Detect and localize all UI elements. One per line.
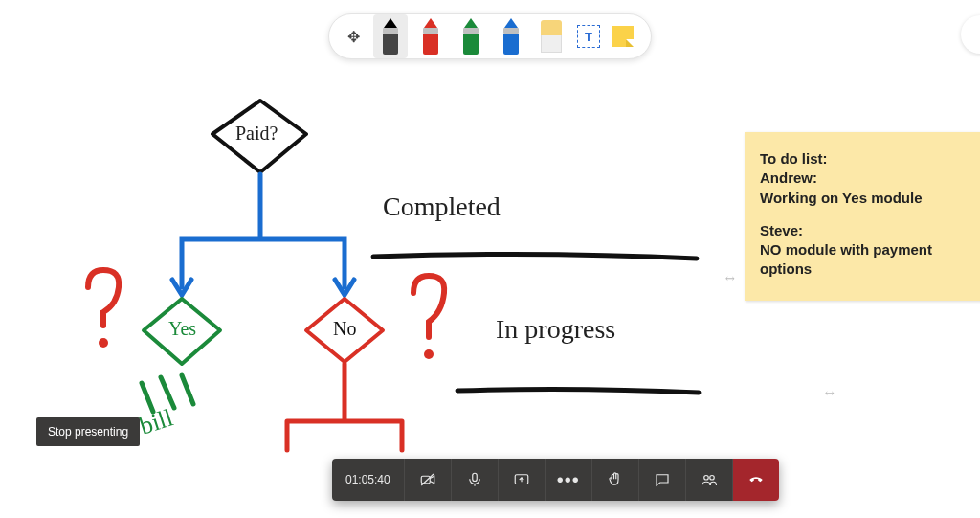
hangup-icon	[747, 471, 765, 488]
completed-underline	[373, 254, 697, 259]
raise-hand-button[interactable]	[591, 459, 638, 501]
sticky-andrew-task: Working on Yes module	[760, 189, 980, 208]
mic-icon	[466, 471, 483, 488]
sticky-title: To do list:	[760, 149, 980, 169]
sticky-andrew: Andrew:	[760, 169, 980, 188]
share-button[interactable]	[498, 459, 545, 501]
mic-button[interactable]	[451, 459, 498, 501]
svg-rect-0	[421, 476, 430, 484]
sticky-steve: Steve:	[760, 221, 980, 240]
people-button[interactable]	[685, 459, 732, 501]
inprogress-heading: In progress	[496, 314, 615, 345]
no-label: No	[333, 318, 356, 340]
completed-heading: Completed	[383, 191, 501, 222]
question-mark-icon	[413, 276, 444, 337]
question-dot	[424, 349, 434, 359]
connector-lines	[182, 174, 345, 287]
camera-button[interactable]	[404, 459, 451, 501]
more-button[interactable]: •••	[545, 459, 591, 501]
meeting-timer: 01:05:40	[332, 459, 404, 501]
question-mark-icon	[88, 270, 119, 326]
sticky-steve-task: NO module with payment options	[760, 240, 980, 280]
svg-rect-2	[472, 473, 477, 481]
hangup-button[interactable]	[732, 459, 779, 501]
svg-point-4	[703, 476, 708, 481]
inprogress-underline	[457, 389, 699, 393]
stop-presenting-tooltip: Stop presenting	[36, 417, 140, 446]
people-icon	[701, 471, 718, 488]
no-branch	[287, 364, 402, 450]
raise-hand-icon	[607, 471, 624, 488]
chat-icon	[654, 471, 671, 488]
chat-button[interactable]	[638, 459, 685, 501]
meeting-control-bar: 01:05:40 •••	[332, 459, 779, 501]
svg-point-5	[709, 476, 714, 481]
sticky-note[interactable]: To do list: Andrew: Working on Yes modul…	[745, 132, 980, 301]
decision-label: Paid?	[235, 123, 278, 145]
camera-off-icon	[419, 471, 436, 488]
yes-label: Yes	[168, 318, 196, 340]
question-dot	[99, 338, 108, 348]
share-screen-icon	[513, 471, 530, 488]
